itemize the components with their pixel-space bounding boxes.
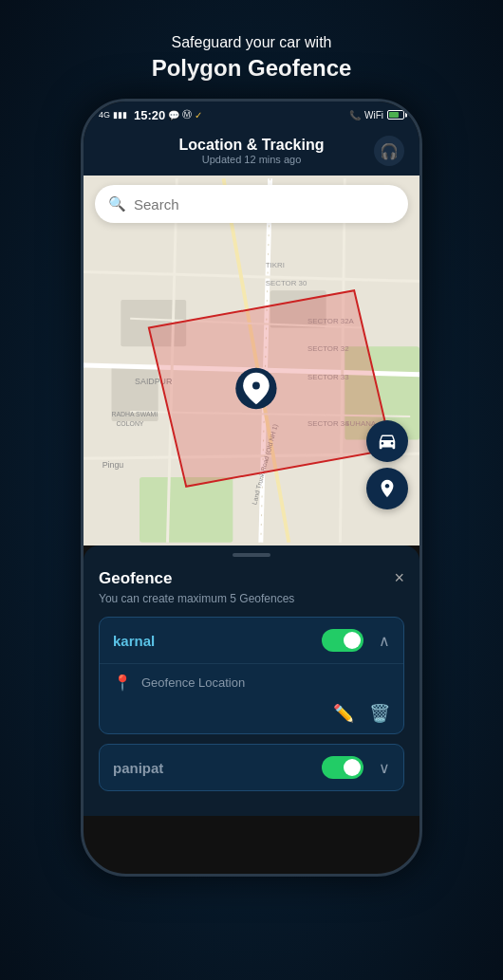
geofence-location-row: 📍 Geofence Location: [113, 674, 390, 692]
svg-text:TIKRI: TIKRI: [266, 261, 285, 269]
geofence-panel: Geofence × You can create maximum 5 Geof…: [84, 545, 419, 816]
delete-icon[interactable]: 🗑️: [369, 703, 390, 724]
battery-icon: [387, 110, 404, 120]
svg-point-31: [252, 382, 260, 390]
car-icon: [377, 431, 398, 452]
svg-text:SECTOR 30: SECTOR 30: [266, 279, 307, 287]
pin-icon: [377, 478, 398, 499]
status-bar-left: 4G ▮▮▮ 15:20 💬 Ⓜ ✓: [99, 108, 202, 122]
search-icon: 🔍: [108, 195, 126, 213]
location-pin-icon: 📍: [113, 674, 132, 692]
geofence-toggle-panipat[interactable]: [322, 756, 363, 779]
svg-text:Pingu: Pingu: [102, 460, 124, 470]
geofence-expanded-karnal: 📍 Geofence Location ✏️ 🗑️: [100, 663, 403, 733]
app-updated: Updated 12 mins ago: [129, 154, 374, 165]
app-title: Location & Tracking: [129, 137, 374, 154]
panel-title: Geofence: [99, 569, 172, 588]
signal-icon: ▮▮▮: [113, 110, 127, 120]
svg-text:RADHA SWAMI: RADHA SWAMI: [112, 411, 158, 417]
maps-icon: Ⓜ: [182, 108, 192, 121]
headphone-button[interactable]: 🎧: [374, 136, 404, 166]
edit-icon[interactable]: ✏️: [333, 703, 354, 724]
status-time: 15:20: [134, 108, 165, 122]
phone-icon: 📞: [349, 110, 361, 120]
check-icon: ✓: [195, 110, 202, 120]
map-area: Baragaon TIKRI SECTOR 30 SECTOR 32A SECT…: [84, 176, 419, 545]
network-icon: 4G: [99, 110, 110, 120]
panel-subtitle: You can create maximum 5 Geofences: [99, 592, 404, 605]
pin-location-button[interactable]: [366, 468, 408, 509]
wifi-icon: WiFi: [364, 110, 383, 120]
panel-close-button[interactable]: ×: [394, 568, 404, 588]
app-title-block: Location & Tracking Updated 12 mins ago: [129, 137, 374, 165]
geofence-row-panipat: panipat ∨: [100, 745, 403, 790]
search-bar[interactable]: 🔍: [95, 185, 408, 223]
geofence-name-panipat: panipat: [113, 760, 163, 776]
svg-text:COLONY: COLONY: [116, 420, 143, 427]
expand-icon-panipat[interactable]: ∨: [379, 759, 390, 777]
geofence-toggle-karnal[interactable]: [322, 629, 363, 652]
whatsapp-icon: 💬: [168, 110, 179, 120]
page-header: Safeguard your car with Polygon Geofence: [152, 34, 352, 82]
header-subtitle: Safeguard your car with: [152, 34, 352, 51]
geofence-item-karnal: karnal ∧ 📍 Geofence Location ✏️ 🗑️: [99, 617, 404, 734]
search-input[interactable]: [134, 196, 395, 213]
collapse-icon-karnal[interactable]: ∧: [379, 632, 390, 650]
car-location-button[interactable]: [366, 420, 408, 462]
status-bar-right: 📞 WiFi: [349, 110, 404, 120]
geofence-row-karnal: karnal ∧: [100, 618, 403, 663]
panel-header: Geofence ×: [99, 568, 404, 588]
geofence-item-panipat: panipat ∨: [99, 744, 404, 791]
header-title: Polygon Geofence: [152, 55, 352, 82]
panel-handle: [233, 553, 270, 557]
geofence-actions-karnal: ✏️ 🗑️: [113, 703, 390, 724]
app-header: Location & Tracking Updated 12 mins ago …: [84, 128, 419, 176]
phone-frame: 4G ▮▮▮ 15:20 💬 Ⓜ ✓ 📞 WiFi Location & Tra…: [81, 99, 422, 877]
geofence-location-label: Geofence Location: [141, 675, 245, 690]
geofence-name-karnal: karnal: [113, 633, 155, 649]
status-bar: 4G ▮▮▮ 15:20 💬 Ⓜ ✓ 📞 WiFi: [84, 102, 419, 128]
